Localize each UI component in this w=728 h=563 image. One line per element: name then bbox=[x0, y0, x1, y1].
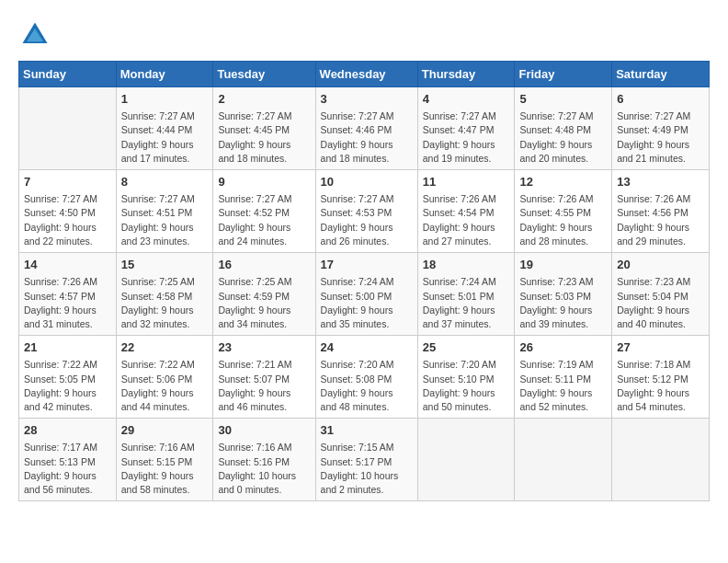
day-cell: 5Sunrise: 7:27 AM Sunset: 4:48 PM Daylig… bbox=[515, 87, 612, 170]
day-info: Sunrise: 7:23 AM Sunset: 5:03 PM Dayligh… bbox=[519, 275, 607, 331]
day-info: Sunrise: 7:26 AM Sunset: 4:54 PM Dayligh… bbox=[423, 192, 510, 248]
week-row-2: 7Sunrise: 7:27 AM Sunset: 4:50 PM Daylig… bbox=[19, 170, 710, 253]
day-info: Sunrise: 7:27 AM Sunset: 4:53 PM Dayligh… bbox=[321, 192, 413, 248]
day-info: Sunrise: 7:27 AM Sunset: 4:44 PM Dayligh… bbox=[121, 109, 209, 166]
day-number: 3 bbox=[321, 91, 413, 108]
day-number: 20 bbox=[617, 257, 704, 273]
day-number: 28 bbox=[24, 422, 111, 439]
day-cell: 15Sunrise: 7:25 AM Sunset: 4:58 PM Dayli… bbox=[116, 253, 213, 336]
day-info: Sunrise: 7:20 AM Sunset: 5:10 PM Dayligh… bbox=[423, 358, 510, 414]
day-info: Sunrise: 7:27 AM Sunset: 4:48 PM Dayligh… bbox=[519, 109, 607, 166]
day-cell: 9Sunrise: 7:27 AM Sunset: 4:52 PM Daylig… bbox=[213, 170, 315, 253]
day-cell bbox=[515, 419, 612, 501]
day-cell: 12Sunrise: 7:26 AM Sunset: 4:55 PM Dayli… bbox=[515, 170, 612, 253]
day-number: 22 bbox=[121, 339, 209, 356]
day-cell: 19Sunrise: 7:23 AM Sunset: 5:03 PM Dayli… bbox=[515, 253, 612, 336]
day-info: Sunrise: 7:23 AM Sunset: 5:04 PM Dayligh… bbox=[617, 275, 704, 331]
day-cell: 25Sunrise: 7:20 AM Sunset: 5:10 PM Dayli… bbox=[417, 336, 515, 419]
day-cell: 7Sunrise: 7:27 AM Sunset: 4:50 PM Daylig… bbox=[19, 170, 117, 253]
day-cell: 21Sunrise: 7:22 AM Sunset: 5:05 PM Dayli… bbox=[19, 336, 117, 419]
day-number: 10 bbox=[321, 174, 413, 190]
header-cell-sunday: Sunday bbox=[19, 62, 117, 87]
day-number: 13 bbox=[617, 174, 704, 190]
day-info: Sunrise: 7:26 AM Sunset: 4:55 PM Dayligh… bbox=[519, 192, 607, 248]
day-cell: 13Sunrise: 7:26 AM Sunset: 4:56 PM Dayli… bbox=[612, 170, 710, 253]
week-row-5: 28Sunrise: 7:17 AM Sunset: 5:13 PM Dayli… bbox=[19, 419, 710, 501]
day-cell: 2Sunrise: 7:27 AM Sunset: 4:45 PM Daylig… bbox=[213, 87, 315, 170]
week-row-3: 14Sunrise: 7:26 AM Sunset: 4:57 PM Dayli… bbox=[19, 253, 710, 336]
day-number: 17 bbox=[321, 257, 413, 273]
day-info: Sunrise: 7:27 AM Sunset: 4:47 PM Dayligh… bbox=[423, 109, 510, 166]
day-number: 31 bbox=[321, 422, 413, 439]
day-number: 29 bbox=[121, 422, 209, 439]
day-cell: 23Sunrise: 7:21 AM Sunset: 5:07 PM Dayli… bbox=[213, 336, 315, 419]
day-number: 15 bbox=[121, 257, 209, 273]
day-number: 18 bbox=[423, 257, 510, 273]
day-cell: 24Sunrise: 7:20 AM Sunset: 5:08 PM Dayli… bbox=[315, 336, 417, 419]
day-info: Sunrise: 7:15 AM Sunset: 5:17 PM Dayligh… bbox=[321, 441, 413, 497]
day-cell: 14Sunrise: 7:26 AM Sunset: 4:57 PM Dayli… bbox=[19, 253, 117, 336]
header-cell-friday: Friday bbox=[515, 62, 612, 87]
day-info: Sunrise: 7:27 AM Sunset: 4:52 PM Dayligh… bbox=[218, 192, 310, 248]
logo-icon bbox=[18, 18, 51, 52]
calendar-table: SundayMondayTuesdayWednesdayThursdayFrid… bbox=[18, 61, 710, 501]
day-cell: 10Sunrise: 7:27 AM Sunset: 4:53 PM Dayli… bbox=[315, 170, 417, 253]
day-info: Sunrise: 7:20 AM Sunset: 5:08 PM Dayligh… bbox=[321, 358, 413, 414]
day-info: Sunrise: 7:16 AM Sunset: 5:16 PM Dayligh… bbox=[218, 441, 310, 497]
day-info: Sunrise: 7:16 AM Sunset: 5:15 PM Dayligh… bbox=[121, 441, 209, 497]
day-number: 16 bbox=[218, 257, 310, 273]
day-info: Sunrise: 7:21 AM Sunset: 5:07 PM Dayligh… bbox=[218, 358, 310, 414]
day-cell: 31Sunrise: 7:15 AM Sunset: 5:17 PM Dayli… bbox=[315, 419, 417, 501]
day-cell: 4Sunrise: 7:27 AM Sunset: 4:47 PM Daylig… bbox=[417, 87, 515, 170]
day-info: Sunrise: 7:26 AM Sunset: 4:57 PM Dayligh… bbox=[24, 275, 111, 331]
day-number: 1 bbox=[121, 91, 209, 108]
day-number: 24 bbox=[321, 339, 413, 356]
day-number: 7 bbox=[24, 174, 111, 190]
day-info: Sunrise: 7:22 AM Sunset: 5:05 PM Dayligh… bbox=[24, 358, 111, 414]
day-number: 21 bbox=[24, 339, 111, 356]
day-cell bbox=[19, 87, 117, 170]
day-number: 9 bbox=[218, 174, 310, 190]
day-info: Sunrise: 7:27 AM Sunset: 4:45 PM Dayligh… bbox=[218, 109, 310, 166]
day-number: 6 bbox=[617, 91, 704, 108]
day-info: Sunrise: 7:26 AM Sunset: 4:56 PM Dayligh… bbox=[617, 192, 704, 248]
page-header bbox=[18, 18, 710, 52]
day-cell bbox=[612, 419, 710, 501]
day-number: 27 bbox=[617, 339, 704, 356]
header-cell-wednesday: Wednesday bbox=[315, 62, 417, 87]
header-row: SundayMondayTuesdayWednesdayThursdayFrid… bbox=[19, 62, 710, 87]
day-cell: 29Sunrise: 7:16 AM Sunset: 5:15 PM Dayli… bbox=[116, 419, 213, 501]
logo bbox=[18, 18, 55, 52]
day-number: 4 bbox=[423, 91, 510, 108]
day-number: 23 bbox=[218, 339, 310, 356]
day-number: 26 bbox=[519, 339, 607, 356]
day-cell: 16Sunrise: 7:25 AM Sunset: 4:59 PM Dayli… bbox=[213, 253, 315, 336]
day-info: Sunrise: 7:17 AM Sunset: 5:13 PM Dayligh… bbox=[24, 441, 111, 497]
day-number: 2 bbox=[218, 91, 310, 108]
day-cell: 20Sunrise: 7:23 AM Sunset: 5:04 PM Dayli… bbox=[612, 253, 710, 336]
day-number: 12 bbox=[519, 174, 607, 190]
day-cell: 1Sunrise: 7:27 AM Sunset: 4:44 PM Daylig… bbox=[116, 87, 213, 170]
day-number: 19 bbox=[519, 257, 607, 273]
day-cell: 22Sunrise: 7:22 AM Sunset: 5:06 PM Dayli… bbox=[116, 336, 213, 419]
day-cell: 11Sunrise: 7:26 AM Sunset: 4:54 PM Dayli… bbox=[417, 170, 515, 253]
day-info: Sunrise: 7:24 AM Sunset: 5:01 PM Dayligh… bbox=[423, 275, 510, 331]
day-info: Sunrise: 7:27 AM Sunset: 4:46 PM Dayligh… bbox=[321, 109, 413, 166]
day-number: 14 bbox=[24, 257, 111, 273]
day-info: Sunrise: 7:25 AM Sunset: 4:59 PM Dayligh… bbox=[218, 275, 310, 331]
day-info: Sunrise: 7:25 AM Sunset: 4:58 PM Dayligh… bbox=[121, 275, 209, 331]
day-cell: 26Sunrise: 7:19 AM Sunset: 5:11 PM Dayli… bbox=[515, 336, 612, 419]
day-info: Sunrise: 7:24 AM Sunset: 5:00 PM Dayligh… bbox=[321, 275, 413, 331]
day-cell: 3Sunrise: 7:27 AM Sunset: 4:46 PM Daylig… bbox=[315, 87, 417, 170]
day-cell: 18Sunrise: 7:24 AM Sunset: 5:01 PM Dayli… bbox=[417, 253, 515, 336]
day-number: 8 bbox=[121, 174, 209, 190]
day-cell: 17Sunrise: 7:24 AM Sunset: 5:00 PM Dayli… bbox=[315, 253, 417, 336]
header-cell-tuesday: Tuesday bbox=[213, 62, 315, 87]
header-cell-monday: Monday bbox=[116, 62, 213, 87]
day-info: Sunrise: 7:27 AM Sunset: 4:50 PM Dayligh… bbox=[24, 192, 111, 248]
day-cell: 8Sunrise: 7:27 AM Sunset: 4:51 PM Daylig… bbox=[116, 170, 213, 253]
day-info: Sunrise: 7:19 AM Sunset: 5:11 PM Dayligh… bbox=[519, 358, 607, 414]
day-cell: 28Sunrise: 7:17 AM Sunset: 5:13 PM Dayli… bbox=[19, 419, 117, 501]
day-cell: 30Sunrise: 7:16 AM Sunset: 5:16 PM Dayli… bbox=[213, 419, 315, 501]
day-cell: 6Sunrise: 7:27 AM Sunset: 4:49 PM Daylig… bbox=[612, 87, 710, 170]
